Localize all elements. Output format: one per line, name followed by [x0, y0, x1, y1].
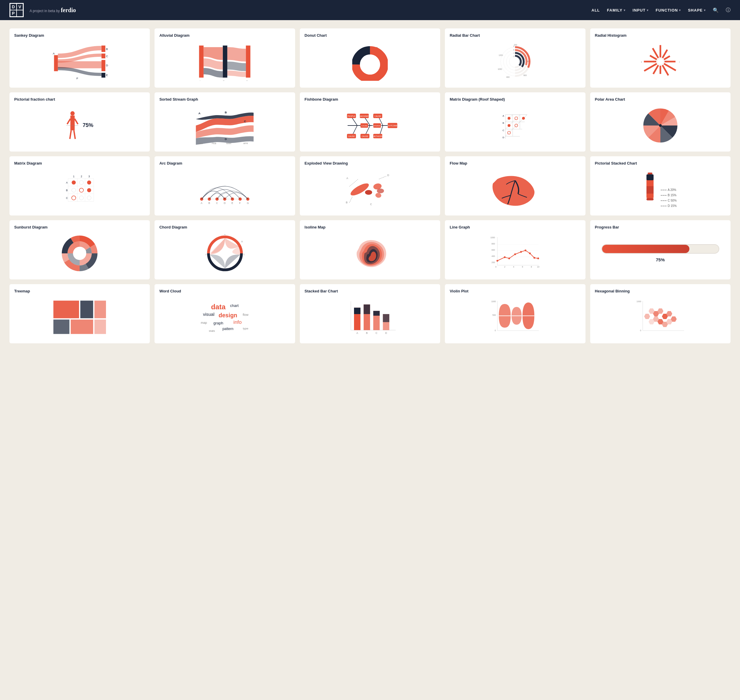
svg-text:chart: chart [230, 303, 239, 308]
svg-rect-181 [646, 180, 653, 186]
svg-rect-220 [71, 319, 93, 334]
svg-text:C: C [370, 203, 372, 206]
svg-text:0: 0 [495, 266, 496, 268]
svg-text:12: 12 [659, 42, 662, 43]
svg-rect-221 [94, 319, 106, 334]
svg-point-211 [520, 251, 522, 253]
visual-sunburst [14, 232, 145, 275]
svg-point-133 [79, 180, 84, 184]
card-linegraph[interactable]: Line Graph 1000 800 600 400 200 0 2 4 6 [445, 220, 585, 279]
svg-text:9: 9 [641, 61, 642, 63]
svg-text:3: 3 [88, 175, 90, 178]
svg-text:A: A [346, 177, 348, 179]
svg-text:MATERIALS: MATERIALS [372, 125, 382, 127]
svg-line-82 [352, 125, 357, 135]
svg-text:4: 4 [513, 266, 514, 268]
visual-flowmap [450, 168, 580, 211]
visual-exploded: A D B C [305, 168, 435, 211]
card-flowmap[interactable]: Flow Map [445, 156, 585, 215]
card-polar[interactable]: Polar Area Chart [590, 92, 731, 151]
search-icon[interactable]: 🔍 [713, 7, 719, 13]
svg-text:1000: 1000 [491, 300, 496, 303]
svg-rect-0 [54, 55, 58, 71]
card-sankey[interactable]: Sankey Diagram A B C [9, 28, 150, 88]
svg-point-134 [87, 180, 91, 184]
svg-point-137 [79, 188, 84, 192]
svg-rect-50 [665, 61, 675, 62]
card-isoline[interactable]: Isoline Map [300, 220, 440, 279]
card-fishbone[interactable]: Fishbone Diagram PEOPLE [300, 92, 440, 151]
card-progressbar[interactable]: Progress Bar 75% [590, 220, 731, 279]
nav-function[interactable]: FUNCTION ▾ [656, 8, 681, 12]
svg-text:D: D [106, 64, 108, 67]
svg-text:APR: APR [243, 142, 248, 144]
svg-text:CAUSE: CAUSE [374, 115, 381, 117]
visual-matrixdiag: 1 2 3 A B C [14, 168, 145, 211]
visual-stackedbar: A B C D [305, 296, 435, 338]
card-wordcloud[interactable]: Word Cloud data chart visual design flow… [154, 284, 295, 343]
svg-text:map: map [201, 321, 207, 324]
card-sunburst[interactable]: Sunburst Diagram [9, 220, 150, 279]
svg-rect-47 [659, 45, 661, 57]
card-chord[interactable]: Chord Diagram [154, 220, 295, 279]
progress-track [602, 244, 719, 254]
info-icon[interactable]: ⓘ [726, 7, 731, 13]
card-picstack[interactable]: Pictorial Stacked Chart [590, 156, 731, 215]
svg-text:6: 6 [522, 266, 523, 268]
card-matrixroof[interactable]: Matrix Diagram (Roof Shaped) A B C D [445, 92, 585, 151]
title-treemap: Treemap [14, 289, 145, 293]
svg-text:C: C [246, 79, 248, 81]
card-stream[interactable]: Sorted Stream Graph A B C D JAN FEB M [154, 92, 295, 151]
svg-rect-182 [646, 186, 653, 194]
card-treemap[interactable]: Treemap [9, 284, 150, 343]
svg-point-170 [375, 193, 381, 198]
card-hexbin[interactable]: Hexagonal Binning 1000 0 [590, 284, 731, 343]
title-fishbone: Fishbone Diagram [305, 97, 435, 101]
svg-text:400: 400 [492, 255, 495, 257]
svg-rect-180 [646, 174, 653, 180]
svg-rect-2 [102, 53, 105, 58]
svg-text:8: 8 [531, 266, 532, 268]
card-pictorial[interactable]: Pictorial fraction chart [9, 92, 150, 151]
svg-text:C: C [376, 331, 377, 334]
svg-text:F: F [239, 201, 241, 204]
svg-text:B: B [346, 201, 347, 204]
svg-text:0: 0 [640, 329, 641, 331]
card-violin[interactable]: Violin Plot 1000 500 0 [445, 284, 585, 343]
card-radialbar[interactable]: Radial Bar Chart 200 400 600 800 1000 12… [445, 28, 585, 88]
svg-rect-178 [648, 172, 652, 174]
card-donut[interactable]: Donut Chart D A B [300, 28, 440, 88]
card-radhist[interactable]: Radial Histogram [590, 28, 731, 88]
svg-rect-218 [94, 300, 106, 318]
nav-input[interactable]: INPUT ▾ [633, 8, 649, 12]
card-matrixdiag[interactable]: Matrix Diagram 1 2 3 A B [9, 156, 150, 215]
svg-text:CAUSE: CAUSE [361, 125, 367, 127]
header-tagline: A project in beta by ferdio [29, 7, 76, 13]
main-content: Sankey Diagram A B C [0, 20, 740, 351]
nav-shape[interactable]: SHAPE ▾ [688, 8, 706, 12]
card-exploded[interactable]: Exploded View Drawing A [300, 156, 440, 215]
svg-text:B: B [366, 331, 368, 334]
svg-rect-12 [223, 45, 227, 77]
svg-point-127 [659, 124, 662, 127]
title-progressbar: Progress Bar [595, 225, 726, 229]
svg-rect-64 [71, 115, 75, 130]
visual-pictorial: 75% [14, 104, 145, 147]
title-matrixroof: Matrix Diagram (Roof Shaped) [450, 97, 580, 101]
svg-rect-240 [373, 311, 380, 316]
svg-point-121 [508, 117, 510, 119]
svg-line-67 [67, 119, 71, 124]
svg-text:data: data [211, 303, 226, 310]
nav-family[interactable]: FAMILY ▾ [607, 8, 625, 12]
visual-polar [595, 104, 726, 147]
svg-text:C: C [244, 119, 246, 123]
title-arc: Arc Diagram [159, 161, 290, 165]
svg-rect-219 [53, 319, 69, 334]
svg-point-142 [87, 196, 91, 200]
card-stackedbar[interactable]: Stacked Bar Chart [300, 284, 440, 343]
card-alluvial[interactable]: Alluvial Diagram A B C [154, 28, 295, 88]
title-exploded: Exploded View Drawing [305, 161, 435, 165]
card-arc[interactable]: Arc Diagram [154, 156, 295, 215]
nav-all[interactable]: ALL [591, 8, 600, 12]
svg-point-169 [377, 188, 384, 193]
